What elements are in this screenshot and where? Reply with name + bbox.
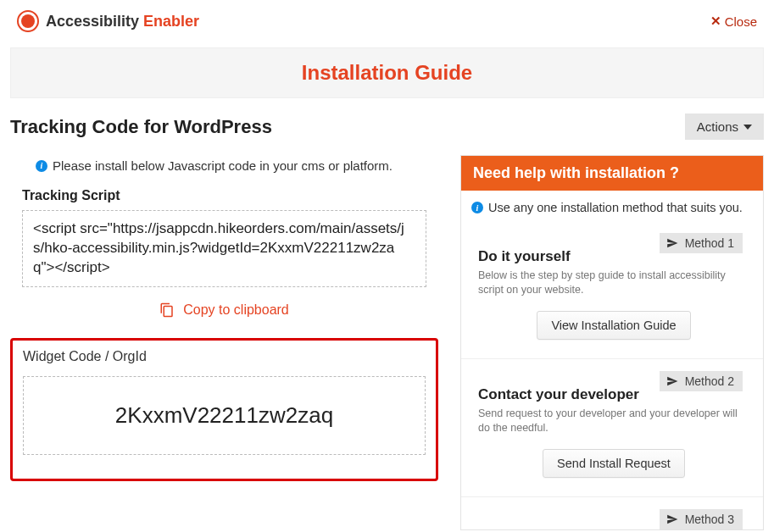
method-desc-1: Below is the step by step guide to insta…	[478, 269, 749, 297]
actions-label: Actions	[697, 119, 738, 134]
info-icon: i	[471, 202, 483, 213]
method-block-2: Method 2 Contact your developer Send req…	[461, 359, 763, 497]
copy-label: Copy to clipboard	[183, 302, 289, 318]
close-button[interactable]: ✕ Close	[710, 14, 757, 29]
method-badge-1: Method 1	[660, 233, 743, 253]
actions-dropdown[interactable]: Actions	[685, 114, 764, 140]
install-info-text: Please install below Javascript code in …	[53, 158, 393, 173]
method-badge-3: Method 3	[660, 509, 743, 529]
chevron-down-icon	[743, 125, 752, 130]
close-label: Close	[725, 14, 757, 29]
widget-code-label: Widget Code / OrgId	[23, 349, 426, 364]
info-icon: i	[36, 160, 47, 172]
copy-to-clipboard-button[interactable]: Copy to clipboard	[10, 302, 438, 318]
paper-plane-icon	[666, 513, 678, 525]
brand-text: Accessibility Enabler	[46, 13, 199, 30]
method-desc-2: Send request to your developer and your …	[478, 407, 749, 435]
help-panel-info: i Use any one installation method that s…	[461, 191, 763, 221]
widget-code-value[interactable]: 2KxxmV22211zw2zaq	[23, 376, 426, 455]
install-info: i Please install below Javascript code i…	[10, 155, 438, 188]
paper-plane-icon	[666, 237, 678, 249]
accessibility-icon	[17, 10, 39, 32]
page-title-bar: Installation Guide	[10, 47, 764, 98]
brand-logo: Accessibility Enabler	[17, 10, 199, 32]
close-icon: ✕	[710, 14, 721, 29]
help-panel: Need help with installation ? i Use any …	[460, 155, 764, 530]
page-title: Installation Guide	[11, 61, 763, 85]
tracking-script-box[interactable]: <script src="https://jsappcdn.hikeorders…	[22, 210, 426, 287]
help-info-text: Use any one installation method that sui…	[488, 201, 743, 214]
method-block-3: Method 3	[461, 497, 763, 529]
method-block-1: Method 1 Do it yourself Below is the ste…	[461, 221, 763, 359]
tracking-script-label: Tracking Script	[22, 188, 438, 203]
send-install-request-button[interactable]: Send Install Request	[543, 449, 685, 478]
section-heading: Tracking Code for WordPress	[10, 116, 272, 138]
widget-code-section: Widget Code / OrgId 2KxxmV22211zw2zaq	[10, 338, 438, 481]
paper-plane-icon	[666, 375, 678, 387]
method-badge-2: Method 2	[660, 371, 743, 391]
help-panel-title: Need help with installation ?	[461, 156, 763, 191]
view-installation-guide-button[interactable]: View Installation Guide	[537, 311, 690, 340]
copy-icon	[159, 302, 175, 318]
